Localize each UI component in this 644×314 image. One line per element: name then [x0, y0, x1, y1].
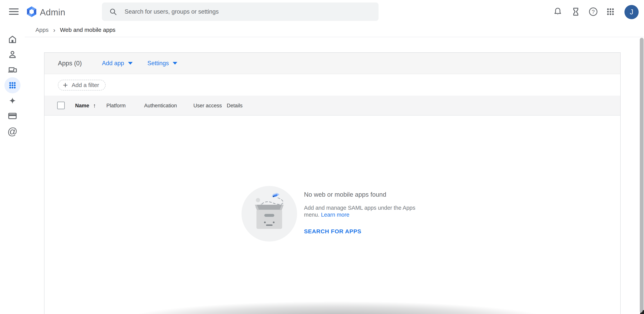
sidebar-item-home[interactable]	[4, 31, 20, 47]
svg-text:?: ?	[592, 9, 595, 15]
sidebar-item-billing[interactable]	[4, 108, 20, 124]
vertical-scrollbar-thumb[interactable]	[640, 38, 644, 313]
empty-state: No web or mobile apps found Add and mana…	[242, 186, 419, 242]
column-header-details[interactable]: Details	[227, 96, 243, 116]
google-apps-grid-icon[interactable]	[606, 7, 616, 17]
breadcrumb: Apps › Web and mobile apps	[36, 27, 116, 33]
sort-ascending-icon: ↑	[93, 102, 96, 109]
sidebar-item-directory[interactable]	[4, 46, 20, 62]
column-header-user-access[interactable]: User access	[194, 96, 222, 116]
devices-icon	[8, 65, 18, 75]
sidebar-item-gemini[interactable]	[4, 92, 20, 109]
window-corner-artifact	[640, 310, 644, 314]
header-divider	[25, 37, 644, 37]
column-header-name[interactable]: Name ↑	[75, 96, 96, 116]
empty-state-text: No web or mobile apps found Add and mana…	[304, 186, 419, 242]
global-search[interactable]	[102, 2, 378, 21]
product-title: Admin	[40, 7, 65, 18]
apps-grid-icon	[8, 80, 18, 90]
select-all-checkbox[interactable]	[57, 102, 65, 109]
tasks-hourglass-icon[interactable]	[571, 7, 581, 17]
add-filter-button[interactable]: + Add a filter	[58, 80, 106, 90]
search-input[interactable]	[124, 8, 354, 15]
admin-logo-icon[interactable]	[26, 6, 37, 17]
column-header-authentication[interactable]: Authentication	[144, 96, 177, 116]
at-domain-icon: @	[8, 126, 18, 136]
apps-toolbar: Apps (0) Add app Settings	[44, 53, 620, 74]
apps-list-card: Apps (0) Add app Settings + Add a filter…	[44, 52, 620, 314]
top-bar: Admin ? J	[0, 0, 644, 24]
apps-table-header: Name ↑ Platform Authentication User acce…	[44, 96, 620, 116]
apps-count-title: Apps (0)	[58, 60, 82, 67]
sidebar-item-apps[interactable]	[4, 77, 20, 93]
notifications-bell-icon[interactable]	[553, 7, 563, 17]
search-for-apps-link[interactable]: SEARCH FOR APPS	[304, 228, 419, 235]
settings-button[interactable]: Settings	[148, 60, 177, 67]
billing-card-icon	[8, 111, 18, 121]
column-header-platform[interactable]: Platform	[106, 96, 126, 116]
learn-more-link[interactable]: Learn more	[321, 212, 350, 218]
home-icon	[8, 34, 18, 44]
empty-state-illustration	[242, 186, 297, 242]
help-icon[interactable]: ?	[588, 7, 598, 17]
search-icon	[109, 8, 117, 16]
main-menu-icon[interactable]	[9, 8, 18, 15]
sidebar-item-devices[interactable]	[4, 62, 20, 78]
breadcrumb-apps-link[interactable]: Apps	[36, 27, 48, 33]
breadcrumb-row: Apps › Web and mobile apps	[0, 24, 644, 37]
plus-icon: +	[63, 81, 68, 89]
sidebar-item-domains[interactable]: @	[4, 123, 20, 139]
chevron-down-icon	[128, 62, 133, 64]
users-icon	[8, 50, 18, 60]
empty-state-description: Add and manage SAML apps under the Apps …	[304, 204, 419, 218]
sparkle-icon	[8, 96, 18, 106]
chevron-right-icon: ›	[53, 27, 55, 33]
empty-state-title: No web or mobile apps found	[304, 191, 419, 198]
account-avatar[interactable]: J	[624, 5, 639, 19]
filter-bar: + Add a filter	[44, 74, 620, 96]
add-app-button[interactable]: Add app	[102, 60, 133, 67]
chevron-down-icon	[173, 62, 177, 64]
left-nav: @	[0, 24, 25, 314]
page-title: Web and mobile apps	[60, 27, 116, 33]
